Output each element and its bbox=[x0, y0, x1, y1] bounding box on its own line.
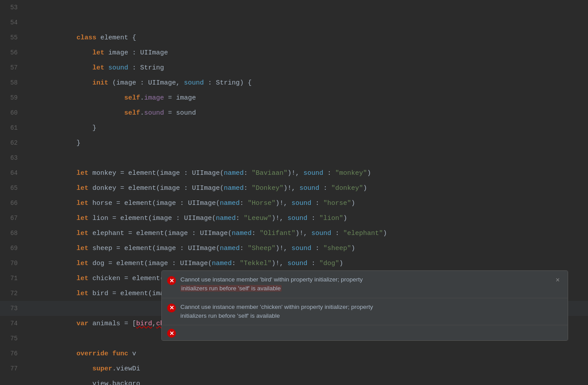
line-57: 57 init (image : UIImage, sound : String… bbox=[0, 60, 588, 75]
line-number: 71 bbox=[0, 271, 24, 286]
error-icon-1: ✕ bbox=[167, 276, 176, 285]
line-65: 65 let horse = element(image : UIImage(n… bbox=[0, 181, 588, 196]
line-56: 56 let sound : String bbox=[0, 45, 588, 60]
error-item-1: ✕ Cannot use instance member 'bird' with… bbox=[162, 271, 568, 298]
line-number: 61 bbox=[0, 120, 24, 135]
line-68: 68 let sheep = element(image : UIImage(n… bbox=[0, 226, 588, 241]
error-close-button-1[interactable]: × bbox=[553, 275, 562, 285]
line-70: 70 let chicken = element(image : UIImage… bbox=[0, 256, 588, 271]
line-number: 70 bbox=[0, 256, 24, 271]
error-text-2: Cannot use instance member 'chicken' wit… bbox=[180, 303, 562, 321]
line-69: 69 let dog = element(image : UIImage(nam… bbox=[0, 241, 588, 256]
line-number: 72 bbox=[0, 286, 24, 301]
line-59: 59 self.sound = sound bbox=[0, 90, 588, 105]
line-77: 77 view.backgro bbox=[0, 361, 588, 376]
line-number: 59 bbox=[0, 90, 24, 105]
line-number: 67 bbox=[0, 211, 24, 226]
line-number: 69 bbox=[0, 241, 24, 256]
error-text-1: Cannot use instance member 'bird' within… bbox=[180, 275, 553, 293]
line-number: 54 bbox=[0, 15, 24, 30]
error-highlight-1: initializers run before 'self' is availa… bbox=[180, 285, 282, 292]
line-content: view.backgro bbox=[24, 362, 588, 385]
line-number: 64 bbox=[0, 166, 24, 181]
line-number: 58 bbox=[0, 75, 24, 90]
line-number: 75 bbox=[0, 331, 24, 346]
error-item-3-indicator: ✕ bbox=[162, 325, 568, 340]
line-55: 55 let image : UIImage bbox=[0, 30, 588, 45]
line-number: 68 bbox=[0, 226, 24, 241]
line-number: 63 bbox=[0, 150, 24, 166]
line-number: 56 bbox=[0, 45, 24, 60]
line-number: 74 bbox=[0, 316, 24, 331]
line-number: 66 bbox=[0, 196, 24, 211]
error-icon-2: ✕ bbox=[167, 304, 176, 312]
line-61: 61 } bbox=[0, 120, 588, 135]
line-number: 73 bbox=[0, 301, 24, 316]
line-number: 62 bbox=[0, 135, 24, 150]
line-67: 67 let elephant = element(image : UIImag… bbox=[0, 211, 588, 226]
line-66: 66 let lion = element(image : UIImage(na… bbox=[0, 196, 588, 211]
line-number: 76 bbox=[0, 346, 24, 361]
error-item-2: ✕ Cannot use instance member 'chicken' w… bbox=[162, 298, 568, 326]
line-number: 77 bbox=[0, 361, 24, 376]
line-number: 53 bbox=[0, 0, 24, 15]
line-number: 65 bbox=[0, 181, 24, 196]
line-number: 57 bbox=[0, 60, 24, 75]
line-54: 54 class element { bbox=[0, 15, 588, 30]
line-53: 53 bbox=[0, 0, 588, 15]
line-64: 64 let donkey = element(image : UIImage(… bbox=[0, 166, 588, 181]
line-58: 58 self.image = image bbox=[0, 75, 588, 90]
error-icon-3: ✕ bbox=[167, 329, 176, 338]
line-76: 76 super.viewDi bbox=[0, 346, 588, 361]
code-editor: 53 54 class element { 55 let image : UII… bbox=[0, 0, 588, 385]
line-63: 63 let monkey = element(image : UIImage(… bbox=[0, 150, 588, 166]
line-number: 60 bbox=[0, 105, 24, 120]
line-number: 55 bbox=[0, 30, 24, 45]
line-60: 60 } bbox=[0, 105, 588, 120]
error-popup: ✕ Cannot use instance member 'bird' with… bbox=[161, 270, 568, 341]
